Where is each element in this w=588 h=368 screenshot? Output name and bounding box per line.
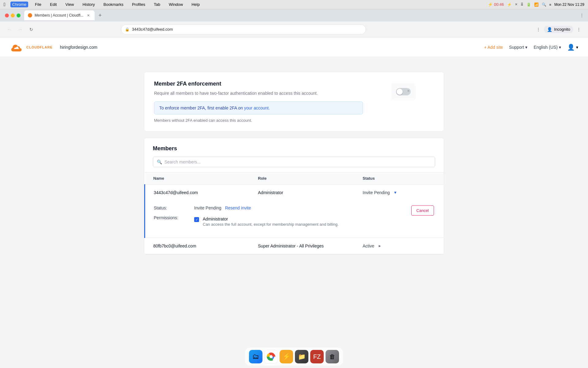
permissions-label: Permissions:: [154, 215, 184, 220]
cf-domain[interactable]: hiringfordesign.com: [60, 45, 97, 50]
permission-row-admin: ✓ Administrator Can access the full acco…: [194, 217, 339, 227]
search-magnifier-icon: 🔍: [542, 2, 546, 7]
forward-button[interactable]: →: [16, 25, 24, 34]
menu-edit[interactable]: Edit: [48, 2, 58, 7]
toggle-x-icon: ✕: [407, 89, 409, 93]
permissions-detail-row: Permissions: ✓ Administrator: [154, 215, 339, 227]
twofa-main: Member 2FA enforcement Require all membe…: [154, 81, 363, 123]
menubar-right: ⚡ 00:46 ⚡ ✕ ⠿ 🔋 📶 🔍 ≡ Mon 22 Nov 11:29: [488, 2, 584, 7]
member-2-status: Active ►: [354, 238, 444, 254]
menu-view[interactable]: View: [63, 2, 76, 7]
col-role: Role: [249, 172, 354, 185]
member-1-detail-content: Status: Invite Pending Resend invite Per…: [154, 205, 339, 232]
search-input[interactable]: [164, 159, 431, 164]
twofa-warning: Members without 2FA enabled can access t…: [154, 118, 363, 123]
twofa-info-box: To enforce member 2FA, first enable 2FA …: [154, 102, 363, 114]
window-maximize[interactable]: [17, 13, 21, 17]
table-header: Name Role Status: [145, 172, 444, 185]
support-label: Support: [509, 45, 524, 50]
extensions-icon[interactable]: ⋮: [534, 25, 543, 34]
new-tab-button[interactable]: +: [96, 11, 104, 20]
cf-header-right: + Add site Support ▾ English (US) ▾ 👤 ▾: [484, 44, 578, 51]
twofa-toggle[interactable]: ✕: [396, 88, 411, 95]
dock-filezilla[interactable]: FZ: [310, 350, 324, 363]
browser-tab[interactable]: Members | Account | Cloudfl... ✕: [24, 10, 95, 20]
member-2-email: 80fb7bc0@uifeed.com: [145, 238, 250, 254]
status-badge-2: Active ►: [363, 242, 435, 250]
menu-window[interactable]: Window: [167, 2, 185, 7]
chevron-down-icon-1[interactable]: ▼: [392, 189, 399, 196]
tab-favicon: [28, 13, 32, 17]
incognito-label: Incognito: [554, 27, 570, 32]
support-chevron-icon: ▾: [525, 45, 527, 50]
wifi-icon: 📶: [534, 2, 539, 7]
dock-chrome[interactable]: [264, 350, 278, 363]
status-label: Status:: [154, 205, 184, 210]
back-button[interactable]: ←: [5, 25, 13, 34]
status-value: Invite Pending Resend invite: [194, 205, 251, 210]
search-box[interactable]: 🔍: [153, 157, 435, 167]
menu-profiles[interactable]: Profiles: [130, 2, 147, 7]
menu-help[interactable]: Help: [190, 2, 202, 7]
account-chevron-icon: ▾: [576, 45, 578, 50]
member-1-details-cell: Status: Invite Pending Resend invite Per…: [145, 201, 444, 238]
menu-history[interactable]: History: [81, 2, 96, 7]
account-button[interactable]: 👤 ▾: [567, 44, 578, 51]
your-account-link[interactable]: your account.: [244, 105, 270, 110]
language-selector[interactable]: English (US) ▾: [533, 45, 561, 50]
menu-file[interactable]: File: [33, 2, 43, 7]
permission-desc: Can access the full account, except for …: [203, 222, 339, 227]
members-header: Members 🔍: [144, 138, 444, 172]
member-1-details: Status: Invite Pending Resend invite Per…: [145, 201, 444, 238]
checkmark-icon: ✓: [195, 218, 198, 222]
permission-details: Administrator Can access the full accoun…: [203, 217, 339, 227]
members-table: Name Role Status 3443c47d@uifeed.com Adm…: [144, 172, 444, 254]
cloudflare-logo-icon: [10, 42, 23, 53]
cf-logo[interactable]: CLOUDFLARE: [10, 42, 53, 53]
twofa-description: Require all members to have two-factor a…: [154, 90, 363, 97]
dock-bolt[interactable]: ⚡: [280, 350, 293, 363]
macos-dock: 🗂 ⚡ 📁 FZ 🗑: [245, 348, 343, 366]
dock-trash[interactable]: 🗑: [326, 350, 339, 363]
member-1-email: 3443c47d@uifeed.com: [145, 185, 250, 201]
permissions-content: ✓ Administrator Can access the full acco…: [194, 215, 339, 227]
resend-invite-link[interactable]: Resend invite: [225, 205, 251, 210]
member-1-status: Invite Pending ▼: [354, 185, 444, 201]
dock-files[interactable]: 📁: [295, 350, 308, 363]
dock-finder[interactable]: 🗂: [249, 350, 262, 363]
twofa-card: Member 2FA enforcement Require all membe…: [144, 72, 444, 132]
menu-chrome[interactable]: Chrome: [10, 2, 28, 7]
toggle-knob: [397, 89, 403, 95]
refresh-button[interactable]: ↻: [27, 25, 36, 34]
member-row-1[interactable]: 3443c47d@uifeed.com Administrator Invite…: [145, 185, 444, 201]
status-detail-row: Status: Invite Pending Resend invite: [154, 205, 339, 210]
expanded-actions: Cancel: [411, 205, 435, 216]
chevron-right-icon-2[interactable]: ►: [376, 242, 383, 250]
lock-icon: 🔒: [125, 27, 130, 32]
apple-menu[interactable]: : [4, 2, 6, 7]
admin-checkbox[interactable]: ✓: [194, 217, 199, 222]
tab-title: Members | Account | Cloudfl...: [35, 13, 84, 17]
content-wrapper: Member 2FA enforcement Require all membe…: [144, 64, 444, 268]
status-badge-1: Invite Pending ▼: [363, 189, 435, 196]
address-bar[interactable]: 🔒 3443c47d@uifeed.com: [121, 25, 366, 34]
window-close[interactable]: [5, 13, 9, 17]
support-button[interactable]: Support ▾: [509, 45, 527, 50]
window-minimize[interactable]: [11, 13, 15, 17]
permission-name: Administrator: [203, 217, 339, 221]
notification-icon: ≡: [549, 3, 551, 6]
col-status: Status: [354, 172, 444, 185]
tab-close-button[interactable]: ✕: [86, 13, 91, 18]
menu-tab[interactable]: Tab: [152, 2, 162, 7]
twofa-title: Member 2FA enforcement: [154, 81, 363, 87]
more-options-icon[interactable]: ⋮: [575, 25, 583, 34]
add-site-label: + Add site: [484, 45, 503, 50]
add-site-button[interactable]: + Add site: [484, 45, 503, 50]
cancel-button[interactable]: Cancel: [411, 205, 434, 216]
chrome-icon: [267, 352, 275, 361]
chrome-addressbar: ← → ↻ 🔒 3443c47d@uifeed.com ⋮ 👤 Incognit…: [0, 21, 588, 37]
chrome-right-icons: ⋮ 👤 Incognito ⋮: [534, 25, 583, 34]
member-row-2[interactable]: 80fb7bc0@uifeed.com Super Administrator …: [145, 238, 444, 254]
menu-bookmarks[interactable]: Bookmarks: [102, 2, 125, 7]
incognito-button[interactable]: 👤 Incognito: [544, 26, 573, 33]
